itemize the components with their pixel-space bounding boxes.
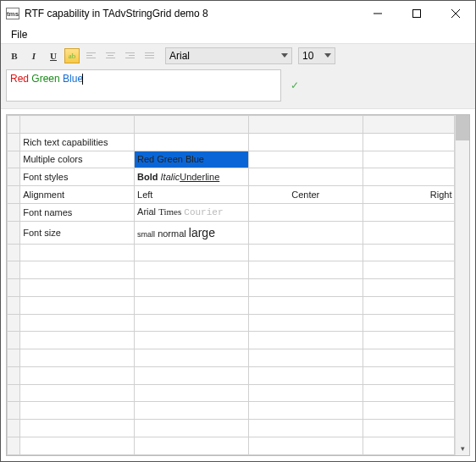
toolbar: B I U ab Arial 10 [6,47,470,64]
grid-cell[interactable] [248,261,363,279]
grid-cell[interactable] [20,420,135,437]
grid-cell[interactable] [248,168,363,186]
grid-cell[interactable] [135,296,249,314]
grid-cell[interactable] [20,244,135,261]
grid-cell[interactable] [20,366,135,384]
grid-cell[interactable] [363,261,455,279]
grid-cell[interactable] [248,349,363,367]
table-row [8,244,455,261]
grid-cell[interactable] [363,221,455,244]
grid-cell[interactable]: Arial Times Courier [135,203,249,221]
grid-cell[interactable] [20,314,135,332]
grid-cell[interactable] [248,437,363,455]
grid-cell[interactable] [248,296,363,314]
grid-cell[interactable] [20,261,135,279]
grid-cell[interactable] [135,366,249,384]
grid-cell[interactable] [363,314,455,332]
grid-cell[interactable]: Bold ItalicUnderline [135,168,249,186]
table-row [8,349,455,367]
grid-cell[interactable] [363,168,455,186]
highlight-button[interactable]: ab [64,48,80,63]
checkmark-icon: ✓ [291,80,299,91]
font-size-select[interactable]: 10 [298,47,335,64]
font-name-select[interactable]: Arial [165,47,292,64]
grid-cell[interactable] [135,314,249,332]
grid-cell[interactable] [135,437,249,455]
grid-cell[interactable] [248,279,363,297]
grid-cell[interactable] [135,384,249,402]
align-right-button[interactable] [121,47,138,64]
grid-cell[interactable] [248,203,363,221]
close-button[interactable] [436,1,475,26]
grid-cell[interactable] [363,384,455,402]
grid-cell[interactable] [20,279,135,297]
grid-cell[interactable] [363,332,455,349]
grid-cell[interactable] [363,244,455,261]
grid-cell-selected[interactable]: Red Green Blue [135,151,249,168]
grid-cell[interactable] [248,384,363,402]
grid-cell[interactable] [248,366,363,384]
grid-cell[interactable]: Rich text capabilities [20,133,135,151]
toolbar-region: B I U ab Arial 10 Red Green Blue ✓ [1,43,475,109]
grid-cell[interactable]: Alignment [20,186,135,204]
grid-cell[interactable] [20,384,135,402]
grid-cell[interactable] [363,420,455,437]
maximize-button[interactable] [397,1,436,26]
grid-cell[interactable] [135,133,249,151]
grid-cell[interactable] [363,203,455,221]
grid-cell[interactable] [135,332,249,349]
grid-cell[interactable]: Multiple colors [20,151,135,168]
grid-cell[interactable] [248,420,363,437]
grid-cell[interactable]: Right [363,186,455,204]
grid-cell[interactable] [363,279,455,297]
table-row: Multiple colorsRed Green Blue [8,151,455,168]
grid-cell[interactable] [248,221,363,244]
align-center-button[interactable] [102,47,119,64]
string-grid[interactable]: Rich text capabilities Multiple colorsRe… [7,115,455,455]
rich-text-editor[interactable]: Red Green Blue [6,69,281,102]
grid-cell[interactable] [363,402,455,420]
grid-cell[interactable] [20,332,135,349]
grid-cell[interactable] [248,402,363,420]
align-justify-button[interactable] [141,47,158,64]
grid-cell[interactable]: Font styles [20,168,135,186]
grid-cell[interactable] [363,366,455,384]
grid-cell[interactable] [135,279,249,297]
table-row [8,279,455,297]
grid-cell[interactable] [248,332,363,349]
table-row: Font stylesBold ItalicUnderline [8,168,455,186]
grid-cell[interactable] [20,402,135,420]
grid-cell[interactable]: Font names [20,203,135,221]
grid-cell[interactable] [135,349,249,367]
grid-cell[interactable]: Left [135,186,249,204]
grid-cell[interactable] [135,244,249,261]
scrollbar-thumb[interactable] [456,115,469,140]
grid-cell[interactable] [20,296,135,314]
grid-cell[interactable] [248,151,363,168]
grid-cell[interactable] [248,244,363,261]
scroll-down-icon[interactable]: ▾ [456,442,469,455]
grid-cell[interactable]: small normal large [135,221,249,244]
grid-cell[interactable] [248,314,363,332]
grid-cell[interactable]: Center [248,186,363,204]
align-left-button[interactable] [82,47,99,64]
grid-cell[interactable] [363,151,455,168]
italic-button[interactable]: I [25,47,42,64]
font-name-value: Arial [169,50,190,62]
underline-button[interactable]: U [45,47,62,64]
grid-cell[interactable]: Font size [20,221,135,244]
grid-cell[interactable] [135,261,249,279]
grid-cell[interactable] [363,296,455,314]
grid-cell[interactable] [363,349,455,367]
grid-cell[interactable] [135,402,249,420]
vertical-scrollbar[interactable]: ▾ [455,115,469,455]
grid-cell[interactable] [20,349,135,367]
menu-file[interactable]: File [6,27,32,42]
bold-button[interactable]: B [6,47,23,64]
grid-cell[interactable] [363,437,455,455]
minimize-button[interactable] [358,1,397,26]
grid-cell[interactable] [135,420,249,437]
grid-cell[interactable] [20,437,135,455]
grid-cell[interactable] [363,133,455,151]
grid-cell[interactable] [248,133,363,151]
